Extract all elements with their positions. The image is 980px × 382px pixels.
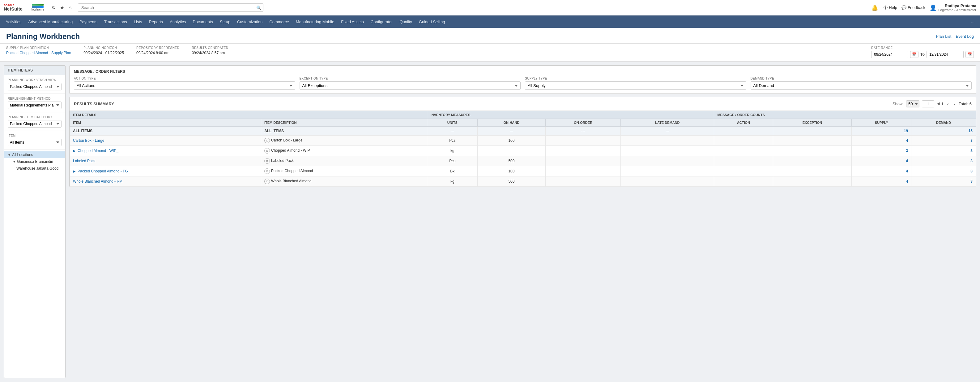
recent-icon[interactable]: ↻ [50,3,57,12]
expand-arrow-icon[interactable]: ▶ [73,149,76,153]
show-select[interactable]: 50 [906,100,920,107]
event-log-link[interactable]: Event Log [956,34,974,39]
supply-type-select[interactable]: All Supply [525,82,746,90]
th-late-demand: LATE DEMAND [621,119,714,126]
menu-item-activities[interactable]: Activities [3,16,24,28]
cell-supply[interactable]: 4 [852,176,912,187]
date-to-calendar-button[interactable]: 📅 [966,51,974,58]
cell-supply[interactable]: 4 [852,166,912,176]
th-description: ITEM DESCRIPTION [261,119,427,126]
cell-late-demand: --- [621,126,714,136]
cell-description: ⊙Whole Blanched Almond [261,176,427,187]
cell-supply[interactable]: 4 [852,156,912,166]
menu-item-commerce[interactable]: Commerce [266,16,292,28]
supply-plan-value[interactable]: Packed Chopped Almond - Supply Plan [6,51,71,55]
home-icon[interactable]: ⌂ [67,4,73,12]
item-link[interactable]: Carton Box - Large [73,138,104,143]
menu-item-transactions[interactable]: Transactions [101,16,130,28]
date-from-input[interactable] [871,51,908,58]
workbench-view-select[interactable]: Packed Chopped Almond - W... [8,83,62,90]
cell-demand[interactable]: 3 [912,146,976,156]
logiframe-logo: logiframe [32,4,44,11]
item-link[interactable]: Packed Chopped Almond - FG_ [78,169,130,173]
favorites-icon[interactable]: ★ [59,3,65,12]
expand-arrow-icon[interactable]: ▶ [73,169,76,173]
tree-item-all-locations[interactable]: ▼ All Locations [4,151,65,158]
cell-demand[interactable]: 3 [912,156,976,166]
user-profile[interactable]: 👤 Raditya Pratama Logiframe - Administra… [930,3,976,12]
menu-item-manufacturing-mobile[interactable]: Manufacturing Mobile [293,16,337,28]
menu-item-documents[interactable]: Documents [189,16,216,28]
menu-item-guided-selling[interactable]: Guided Selling [416,16,448,28]
date-from-calendar-button[interactable]: 📅 [910,51,918,58]
results-gen-group: RESULTS GENERATED 09/24/2024 8:57 am [192,46,228,55]
cell-description: ALL ITEMS [261,126,427,136]
cell-item[interactable]: ▶ Chopped Almond - WIP_ [70,146,261,156]
feedback-link[interactable]: 💬 Feedback [902,5,925,10]
plan-list-link[interactable]: Plan List [936,34,951,39]
menu-item-advanced-manufacturing[interactable]: Advanced Manufacturing [25,16,76,28]
menu-item-reports[interactable]: Reports [146,16,166,28]
table-row: ALL ITEMSALL ITEMS------------1915 [70,126,976,136]
menu-more-button[interactable]: ··· [968,16,977,28]
replenishment-select[interactable]: Material Requirements Planni... [8,102,62,109]
cell-supply[interactable]: 19 [852,126,912,136]
cell-supply[interactable]: 4 [852,136,912,146]
table-row: Labeled Pack⊙Labeled PackPcs50043 [70,156,976,166]
cell-demand[interactable]: 3 [912,136,976,146]
tree-item-warehouse[interactable]: Warehouse Jakarta Good [13,165,65,172]
search-input[interactable] [78,3,263,12]
cell-item[interactable]: Carton Box - Large [70,136,261,146]
date-to-input[interactable] [926,51,964,58]
pagination-area: Show: 50 of 1 ‹ › Total: 6 [892,100,972,107]
exception-type-select[interactable]: All Exceptions [299,82,521,90]
prev-page-button[interactable]: ‹ [946,101,950,107]
cell-demand[interactable]: 3 [912,176,976,187]
menu-item-setup[interactable]: Setup [217,16,234,28]
demand-type-select[interactable]: All Demand [751,82,972,90]
th-exception: EXCEPTION [773,119,852,126]
menu-item-payments[interactable]: Payments [76,16,100,28]
menu-item-configurator[interactable]: Configurator [368,16,396,28]
menu-item-fixed-assets[interactable]: Fixed Assets [338,16,367,28]
item-link[interactable]: Whole Blanched Almond - RM [73,179,123,184]
tree-item-gunanusa[interactable]: ▼ Gunanusa Eramandiri [9,158,65,165]
logo-area: ORACLE NetSuite logiframe [4,3,44,13]
action-type-select[interactable]: All Actions [74,82,295,90]
supply-type-label: SUPPLY TYPE [525,77,746,80]
page-input[interactable] [922,100,934,107]
cell-on-order [545,156,621,166]
menu-item-lists[interactable]: Lists [131,16,145,28]
cell-supply[interactable]: 3 [852,146,912,156]
total-label: Total: 6 [959,102,972,106]
item-select[interactable]: All Items [8,139,62,146]
menu-item-analytics[interactable]: Analytics [167,16,189,28]
cell-action [714,176,773,187]
cell-description: ⊙Chopped Almond - WIP [261,146,427,156]
item-link[interactable]: Chopped Almond - WIP_ [78,149,118,153]
cell-item[interactable]: Whole Blanched Almond - RM [70,176,261,187]
cell-demand[interactable]: 15 [912,126,976,136]
item-link[interactable]: Labeled Pack [73,159,95,163]
cell-units: kg [427,176,477,187]
menu-bar: Activities Advanced Manufacturing Paymen… [0,16,980,28]
table-row: ▶ Chopped Almond - WIP_⊙Chopped Almond -… [70,146,976,156]
cell-description: ⊙Labeled Pack [261,156,427,166]
cell-exception [773,126,852,136]
exception-type-label: EXCEPTION TYPE [299,77,521,80]
cell-units: kg [427,146,477,156]
menu-item-customization[interactable]: Customization [234,16,266,28]
th-on-hand: ON-HAND [477,119,546,126]
help-link[interactable]: ⓘ Help [883,5,897,11]
category-select[interactable]: Packed Chopped Almond [8,120,62,128]
cell-item[interactable]: ▶ Packed Chopped Almond - FG_ [70,166,261,176]
cell-item[interactable]: Labeled Pack [70,156,261,166]
search-button[interactable]: 🔍 [256,5,261,10]
top-right-area: 🔔 ⓘ Help 💬 Feedback 👤 Raditya Pratama Lo… [870,3,976,13]
cell-demand[interactable]: 3 [912,166,976,176]
next-page-button[interactable]: › [952,101,956,107]
nav-icons: ↻ ★ ⌂ [50,3,73,12]
page-header: Planning Workbench Plan List Event Log [0,28,980,44]
menu-item-quality[interactable]: Quality [396,16,415,28]
notifications-icon[interactable]: 🔔 [870,3,879,13]
